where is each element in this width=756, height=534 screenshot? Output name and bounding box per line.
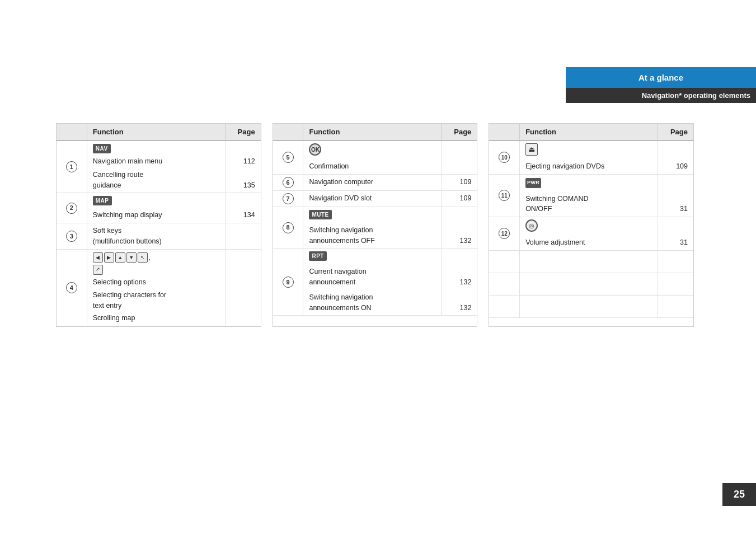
mute-badge: MUTE bbox=[309, 210, 331, 219]
empty-num2 bbox=[489, 273, 519, 295]
circle-9: 9 bbox=[283, 277, 294, 288]
row5-badge: OK bbox=[303, 140, 442, 159]
row4-page1 bbox=[225, 276, 261, 289]
row9-page2: 132 bbox=[442, 290, 477, 316]
row9-fn1: Current navigationannouncement bbox=[303, 264, 442, 290]
table-row: 1 NAV bbox=[57, 140, 261, 156]
row10-badge: ⏏ bbox=[520, 140, 658, 159]
row9-badge: RPT bbox=[303, 249, 442, 265]
pwr-badge: PWR bbox=[525, 178, 541, 188]
page-number-box: 25 bbox=[722, 483, 756, 506]
row2-fn1: Switching map display bbox=[87, 208, 225, 223]
col3-fn-header: Function bbox=[520, 124, 658, 140]
table-row: Cancelling routeguidance 135 bbox=[57, 169, 261, 193]
ok-badge: OK bbox=[309, 143, 321, 156]
row1-page-empty bbox=[225, 140, 261, 156]
row5-page-empty bbox=[442, 140, 477, 159]
table-row: Switching map display 134 bbox=[57, 208, 261, 223]
row9-fn2: Switching navigationannouncements ON bbox=[303, 290, 442, 316]
arrow-left: ◀ bbox=[93, 252, 103, 263]
table-row-empty bbox=[489, 250, 693, 273]
row8-num: 8 bbox=[273, 207, 303, 249]
row10-num: 10 bbox=[489, 140, 519, 174]
table-row: 3 Soft keys(multifunction buttons) bbox=[57, 223, 261, 250]
col2-num-header bbox=[273, 124, 303, 140]
table-row: 11 PWR bbox=[489, 174, 693, 191]
arrows-badge: ◀ ▶ ▲ ▼ ↖, bbox=[93, 252, 151, 263]
row1-fn1: Navigation main menu bbox=[87, 156, 225, 169]
col3-num-header bbox=[489, 124, 519, 140]
row11-page-empty bbox=[658, 174, 693, 191]
circle-8: 8 bbox=[283, 222, 294, 233]
row4-page3 bbox=[225, 312, 261, 326]
nav-badge: NAV bbox=[93, 144, 111, 153]
empty-page3 bbox=[658, 295, 693, 317]
row5-page1 bbox=[442, 159, 477, 174]
empty-num bbox=[489, 250, 519, 273]
circle-6: 6 bbox=[283, 177, 294, 188]
arrow-down: ▼ bbox=[126, 252, 137, 263]
row2-page-empty bbox=[225, 193, 261, 208]
circle-12: 12 bbox=[499, 228, 510, 239]
row7-page: 109 bbox=[442, 190, 477, 207]
row1-num: 1 bbox=[57, 140, 87, 193]
row11-fn: Switching COMANDON/OFF bbox=[520, 191, 658, 217]
table-row: Current navigationannouncement 132 bbox=[273, 264, 477, 290]
row1-fn2: Cancelling routeguidance bbox=[87, 169, 225, 193]
at-a-glance-tab: At a glance bbox=[566, 67, 756, 88]
table-row: Volume adjustment 31 bbox=[489, 235, 693, 250]
row3-num: 3 bbox=[57, 223, 87, 250]
table-row: Selecting options bbox=[57, 276, 261, 289]
row4-num: 4 bbox=[57, 249, 87, 326]
row6-fn: Navigation computer bbox=[303, 174, 442, 190]
table-row: Scrolling map bbox=[57, 312, 261, 326]
empty-fn3 bbox=[520, 295, 658, 317]
table-row: Ejecting navigation DVDs 109 bbox=[489, 159, 693, 174]
row4-fn2: Selecting characters fortext entry bbox=[87, 289, 225, 312]
col-sep-1 bbox=[261, 123, 273, 327]
row1-page2: 135 bbox=[225, 169, 261, 193]
row10-page: 109 bbox=[658, 159, 693, 174]
row4-arrows: ◀ ▶ ▲ ▼ ↖, ↗ bbox=[87, 249, 225, 276]
table-row: Selecting characters fortext entry bbox=[57, 289, 261, 312]
row7-num: 7 bbox=[273, 190, 303, 207]
column-3: Function Page 10 ⏏ bbox=[489, 123, 694, 327]
header-area: At a glance Navigation* operating elemen… bbox=[566, 67, 756, 103]
row1-badge: NAV bbox=[87, 140, 225, 156]
table-row: 8 MUTE bbox=[273, 207, 477, 223]
vol-badge: ◎ bbox=[525, 219, 538, 232]
circle-5: 5 bbox=[283, 152, 294, 163]
row8-fn: Switching navigationannouncements OFF bbox=[303, 223, 442, 249]
table-row-empty bbox=[489, 295, 693, 317]
arrow-back: ↖ bbox=[138, 252, 148, 263]
table-row: 2 MAP bbox=[57, 193, 261, 208]
circle-3: 3 bbox=[66, 231, 77, 242]
table-row: Confirmation bbox=[273, 159, 477, 174]
row11-page: 31 bbox=[658, 191, 693, 217]
columns-wrapper: Function Page 1 NAV bbox=[56, 123, 694, 327]
col1-num-header bbox=[57, 124, 87, 140]
circle-1: 1 bbox=[66, 161, 77, 172]
row8-page-empty bbox=[442, 207, 477, 223]
table-row: Switching navigationannouncements ON 132 bbox=[273, 290, 477, 316]
column-1: Function Page 1 NAV bbox=[56, 123, 261, 327]
row11-badge: PWR bbox=[520, 174, 658, 191]
circle-10: 10 bbox=[499, 152, 510, 163]
col2-page-header: Page bbox=[442, 124, 477, 140]
empty-fn2 bbox=[520, 273, 658, 295]
table-row-empty bbox=[489, 273, 693, 295]
row7-fn: Navigation DVD slot bbox=[303, 190, 442, 207]
col2-fn-header: Function bbox=[303, 124, 442, 140]
circle-11: 11 bbox=[499, 190, 510, 201]
row12-num: 12 bbox=[489, 217, 519, 251]
arrow-diag: ↗ bbox=[93, 265, 103, 275]
eject-badge: ⏏ bbox=[525, 143, 538, 156]
row4-page2 bbox=[225, 289, 261, 312]
row4-page-empty bbox=[225, 249, 261, 276]
table-row: 10 ⏏ bbox=[489, 140, 693, 159]
map-badge: MAP bbox=[93, 196, 112, 205]
table-row: 6 Navigation computer 109 bbox=[273, 174, 477, 190]
table-row: 9 RPT bbox=[273, 249, 477, 265]
row4-fn3: Scrolling map bbox=[87, 312, 225, 326]
arrow-up: ▲ bbox=[115, 252, 125, 263]
